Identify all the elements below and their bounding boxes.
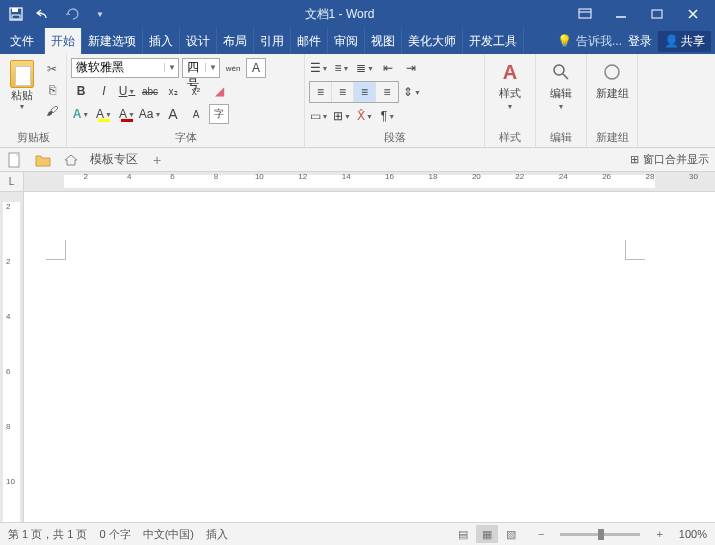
shading-icon[interactable]: ▭▼ xyxy=(309,106,329,126)
save-icon[interactable] xyxy=(8,6,24,22)
svg-rect-3 xyxy=(579,9,591,18)
status-words[interactable]: 0 个字 xyxy=(99,527,130,542)
svg-line-10 xyxy=(563,74,568,79)
chevron-down-icon: ▼ xyxy=(164,63,176,72)
vertical-ruler[interactable]: 2246810 xyxy=(0,192,24,522)
minimize-icon[interactable] xyxy=(607,4,635,24)
document-page[interactable] xyxy=(24,192,715,522)
window-title: 文档1 - Word xyxy=(108,6,571,23)
svg-point-9 xyxy=(554,65,564,75)
numbering-icon[interactable]: ≡▼ xyxy=(332,58,352,78)
status-mode[interactable]: 插入 xyxy=(206,527,228,542)
web-layout-icon[interactable]: ▧ xyxy=(500,525,522,543)
group-clipboard: 粘贴 ▼ ✂ ⎘ 🖌 剪贴板 xyxy=(0,54,67,147)
tab-developer[interactable]: 开发工具 xyxy=(463,28,524,54)
zoom-in-icon[interactable]: + xyxy=(652,528,666,540)
new-doc-icon[interactable] xyxy=(6,151,24,169)
tab-beautify[interactable]: 美化大师 xyxy=(402,28,463,54)
highlight-icon[interactable]: A▼ xyxy=(94,104,114,124)
underline-button[interactable]: U▼ xyxy=(117,81,137,101)
view-buttons: ▤ ▦ ▧ xyxy=(452,525,522,543)
tab-references[interactable]: 引用 xyxy=(254,28,291,54)
group-label-styles: 样式 xyxy=(489,128,531,147)
add-tab-icon[interactable]: + xyxy=(148,151,166,169)
status-bar: 第 1 页，共 1 页 0 个字 中文(中国) 插入 ▤ ▦ ▧ − + 100… xyxy=(0,522,715,545)
template-tab[interactable]: 模板专区 xyxy=(90,151,138,168)
shrink-font-icon[interactable]: A xyxy=(186,104,206,124)
align-left-icon[interactable]: ≡ xyxy=(310,82,332,102)
tab-newoption[interactable]: 新建选项 xyxy=(82,28,143,54)
circle-icon xyxy=(600,60,624,84)
window-merge-button[interactable]: ⊞窗口合并显示 xyxy=(630,152,709,167)
tab-selector[interactable]: L xyxy=(0,172,24,191)
tab-insert[interactable]: 插入 xyxy=(143,28,180,54)
tab-design[interactable]: 设计 xyxy=(180,28,217,54)
subscript-button[interactable]: x₂ xyxy=(163,81,183,101)
tab-layout[interactable]: 布局 xyxy=(217,28,254,54)
sort-icon[interactable]: X̂▼ xyxy=(355,106,375,126)
title-bar: ▼ 文档1 - Word xyxy=(0,0,715,28)
grow-font-icon[interactable]: A xyxy=(163,104,183,124)
cut-icon[interactable]: ✂ xyxy=(42,60,62,78)
zoom-slider[interactable] xyxy=(560,533,640,536)
circled-char-icon[interactable]: 字 xyxy=(209,104,229,124)
change-case-icon[interactable]: Aa▼ xyxy=(140,104,160,124)
italic-button[interactable]: I xyxy=(94,81,114,101)
text-effects-icon[interactable]: A▼ xyxy=(71,104,91,124)
login-button[interactable]: 登录 xyxy=(628,33,652,50)
tab-mail[interactable]: 邮件 xyxy=(291,28,328,54)
status-page[interactable]: 第 1 页，共 1 页 xyxy=(8,527,87,542)
share-button[interactable]: 👤共享 xyxy=(658,31,711,52)
open-folder-icon[interactable] xyxy=(34,151,52,169)
borders-icon[interactable]: ⊞▼ xyxy=(332,106,352,126)
bullets-icon[interactable]: ☰▼ xyxy=(309,58,329,78)
tab-review[interactable]: 审阅 xyxy=(328,28,365,54)
qat-customize-icon[interactable]: ▼ xyxy=(92,6,108,22)
align-justify-icon[interactable]: ≡ xyxy=(354,82,376,102)
print-layout-icon[interactable]: ▦ xyxy=(476,525,498,543)
format-painter-icon[interactable]: 🖌 xyxy=(42,102,62,120)
group-font: 微软雅黑▼ 四号▼ wén A B I U▼ abc x₂ x² ◢ A▼ A▼… xyxy=(67,54,305,147)
clear-format-icon[interactable]: ◢ xyxy=(209,81,229,101)
editing-button[interactable]: 编辑 ▼ xyxy=(540,56,582,110)
group-editing: 编辑 ▼ 编辑 xyxy=(536,54,587,147)
paste-button[interactable]: 粘贴 ▼ xyxy=(4,56,40,110)
maximize-icon[interactable] xyxy=(643,4,671,24)
status-language[interactable]: 中文(中国) xyxy=(143,527,194,542)
find-icon xyxy=(549,60,573,84)
document-area: 2246810 xyxy=(0,192,715,522)
copy-icon[interactable]: ⎘ xyxy=(42,81,62,99)
close-icon[interactable] xyxy=(679,4,707,24)
tab-file[interactable]: 文件 xyxy=(0,28,45,54)
styles-button[interactable]: A 样式 ▼ xyxy=(489,56,531,110)
show-marks-icon[interactable]: ¶▼ xyxy=(378,106,398,126)
tab-view[interactable]: 视图 xyxy=(365,28,402,54)
increase-indent-icon[interactable]: ⇥ xyxy=(401,58,421,78)
zoom-level[interactable]: 100% xyxy=(679,528,707,540)
strikethrough-button[interactable]: abc xyxy=(140,81,160,101)
multilevel-icon[interactable]: ≣▼ xyxy=(355,58,375,78)
font-size-select[interactable]: 四号▼ xyxy=(182,58,220,78)
zoom-out-icon[interactable]: − xyxy=(534,528,548,540)
align-distribute-icon[interactable]: ≡ xyxy=(376,82,398,102)
lightbulb-icon: 💡 xyxy=(557,34,572,48)
char-border-icon[interactable]: A xyxy=(246,58,266,78)
font-name-select[interactable]: 微软雅黑▼ xyxy=(71,58,179,78)
decrease-indent-icon[interactable]: ⇤ xyxy=(378,58,398,78)
read-mode-icon[interactable]: ▤ xyxy=(452,525,474,543)
pinyin-guide-icon[interactable]: wén xyxy=(223,58,243,78)
home-icon[interactable] xyxy=(62,151,80,169)
newgroup-button[interactable]: 新建组 xyxy=(591,56,633,101)
superscript-button[interactable]: x² xyxy=(186,81,206,101)
horizontal-ruler[interactable]: 24681012141618202224262830 xyxy=(24,172,715,191)
bold-button[interactable]: B xyxy=(71,81,91,101)
redo-icon[interactable] xyxy=(64,6,80,22)
align-center-icon[interactable]: ≡ xyxy=(332,82,354,102)
svg-rect-2 xyxy=(12,15,20,19)
ribbon-display-icon[interactable] xyxy=(571,4,599,24)
tab-home[interactable]: 开始 xyxy=(45,28,82,54)
tell-me[interactable]: 💡告诉我... xyxy=(557,33,622,50)
font-color-icon[interactable]: A▼ xyxy=(117,104,137,124)
undo-icon[interactable] xyxy=(36,6,52,22)
line-spacing-icon[interactable]: ⇕▼ xyxy=(402,82,422,102)
